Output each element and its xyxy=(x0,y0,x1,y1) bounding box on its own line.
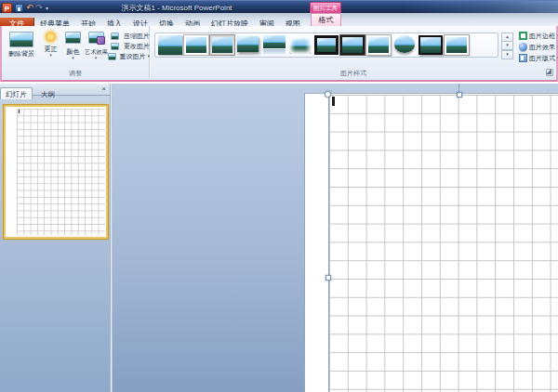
save-icon[interactable] xyxy=(15,4,23,12)
style-preview-icon xyxy=(314,35,339,55)
picture-border-label: 图片边框 xyxy=(529,32,555,41)
change-picture-button[interactable]: 更改图片 xyxy=(107,41,150,51)
picture-border-icon xyxy=(519,32,527,40)
slides-panel-tabs: 幻灯片 大纲 × xyxy=(0,84,110,96)
tab-outline[interactable]: 大纲 xyxy=(36,88,60,100)
ribbon: 删除背景 更正 ▾ 颜色 ▾ 艺术效果 ▾ 压缩图片 xyxy=(0,26,558,82)
compress-picture-icon xyxy=(111,33,119,40)
tab-format[interactable]: 格式 xyxy=(311,13,341,26)
picture-effects-icon xyxy=(519,43,527,51)
compress-picture-button[interactable]: 压缩图片 xyxy=(107,31,150,41)
picture-style-white-shadow[interactable] xyxy=(366,35,391,55)
reset-picture-label: 重设图片 xyxy=(119,52,145,61)
style-preview-icon xyxy=(158,35,182,55)
dialog-launcher-icon[interactable] xyxy=(546,69,553,76)
style-preview-icon xyxy=(340,35,365,55)
qat-dropdown-icon[interactable]: ▾ xyxy=(46,5,48,11)
picture-styles-group-label: 图片样式 xyxy=(151,69,556,78)
color-dropdown-icon: ▾ xyxy=(63,56,83,60)
picture-style-white-frame[interactable] xyxy=(184,35,208,55)
corrections-icon xyxy=(46,32,56,42)
style-preview-icon xyxy=(210,35,234,55)
text-cursor-mark xyxy=(332,97,335,106)
artistic-effects-dropdown-icon: ▾ xyxy=(85,56,107,60)
close-panel-icon[interactable]: × xyxy=(101,85,106,93)
style-preview-icon xyxy=(237,36,259,52)
picture-layout-label: 图片版式 xyxy=(529,54,555,63)
resize-handle-middle-left[interactable] xyxy=(326,275,331,281)
picture-layout-button[interactable]: 图片版式 ▾ xyxy=(519,53,558,63)
picture-styles-group: ▲ ▼ ▼ 图片边框 ▾ 图片效果 ▾ 图片版式 ▾ 图片样式 xyxy=(151,26,556,78)
compress-picture-label: 压缩图片 xyxy=(124,32,150,41)
color-icon xyxy=(65,32,81,44)
adjust-group: 删除背景 更正 ▾ 颜色 ▾ 艺术效果 ▾ 压缩图片 xyxy=(2,26,150,78)
style-preview-icon xyxy=(263,35,286,48)
picture-effects-button[interactable]: 图片效果 ▾ xyxy=(519,42,558,52)
picture-style-oval[interactable] xyxy=(392,35,417,55)
resize-handle-top-center[interactable] xyxy=(457,92,462,98)
remove-background-label: 删除背景 xyxy=(5,50,38,58)
change-picture-icon xyxy=(111,43,119,50)
picture-style-metal-frame[interactable] xyxy=(210,35,234,55)
resize-handle-top-left[interactable] xyxy=(325,91,331,98)
remove-background-button[interactable]: 删除背景 xyxy=(4,28,39,71)
style-preview-icon xyxy=(394,35,415,53)
picture-style-black-thin[interactable] xyxy=(418,35,443,55)
artistic-effects-icon xyxy=(88,32,104,44)
window-title: 演示文稿1 - Microsoft PowerPoint xyxy=(56,3,298,13)
tab-slides[interactable]: 幻灯片 xyxy=(0,87,33,99)
style-gallery xyxy=(154,33,498,58)
style-preview-icon xyxy=(418,35,443,55)
reset-picture-button[interactable]: 重设图片 ▾ xyxy=(107,51,150,61)
undo-icon[interactable]: ↶ xyxy=(26,3,33,12)
grid-picture[interactable] xyxy=(328,95,558,392)
style-preview-icon xyxy=(445,35,469,55)
work-area: 幻灯片 大纲 × 1 xyxy=(0,84,558,392)
picture-tools-header: 图片工具 xyxy=(310,2,341,13)
quick-access-toolbar: P ↶ ↷ ▾ xyxy=(2,2,48,13)
style-preview-icon xyxy=(289,36,312,54)
picture-style-soft-edge[interactable] xyxy=(288,35,312,55)
style-preview-icon xyxy=(184,35,208,55)
adjust-group-label: 调整 xyxy=(2,69,149,78)
powerpoint-window: P ↶ ↷ ▾ 演示文稿1 - Microsoft PowerPoint 图片工… xyxy=(0,0,558,392)
gallery-scroll: ▲ ▼ ▼ xyxy=(501,33,513,58)
picture-layout-icon xyxy=(519,54,527,62)
picture-style-plain[interactable] xyxy=(158,35,182,55)
picture-border-button[interactable]: 图片边框 ▾ xyxy=(519,31,558,41)
picture-style-black-frame[interactable] xyxy=(340,35,365,55)
picture-style-black-thick[interactable] xyxy=(314,35,339,55)
powerpoint-logo-icon[interactable]: P xyxy=(2,3,12,13)
artistic-effects-button[interactable]: 艺术效果 ▾ xyxy=(84,28,108,74)
reset-picture-icon xyxy=(108,53,116,60)
gallery-scroll-down-icon[interactable]: ▼ xyxy=(501,42,513,50)
titlebar: P ↶ ↷ ▾ 演示文稿1 - Microsoft PowerPoint xyxy=(0,0,558,13)
gallery-scroll-up-icon[interactable]: ▲ xyxy=(501,33,513,42)
thumbnail-grid-image xyxy=(17,109,105,235)
corrections-button[interactable]: 更正 ▾ xyxy=(40,28,61,74)
slide-thumbnail[interactable] xyxy=(4,105,108,239)
slides-panel: 幻灯片 大纲 × 1 xyxy=(0,84,110,392)
gallery-more-icon[interactable]: ▼ xyxy=(501,50,513,59)
style-preview-icon xyxy=(366,35,391,55)
picture-effects-label: 图片效果 xyxy=(529,43,555,52)
rotation-handle-stem xyxy=(458,84,459,94)
thumbnail-cursor-mark xyxy=(19,110,20,113)
change-picture-label: 更改图片 xyxy=(124,42,150,51)
remove-background-icon xyxy=(9,32,33,47)
picture-style-drop-shadow[interactable] xyxy=(236,35,260,55)
corrections-dropdown-icon: ▾ xyxy=(41,53,60,58)
color-button[interactable]: 颜色 ▾ xyxy=(62,28,84,74)
reset-picture-dropdown-icon: ▾ xyxy=(147,54,150,59)
ribbon-tab-bar: 文件经典菜单开始插入设计切换动画幻灯片放映审阅视图 格式 xyxy=(0,13,558,26)
editing-canvas xyxy=(113,84,558,392)
redo-icon[interactable]: ↷ xyxy=(36,3,44,12)
picture-style-reflection[interactable] xyxy=(262,35,286,55)
slide-surface[interactable] xyxy=(304,93,558,392)
picture-style-white-frame-2[interactable] xyxy=(445,35,469,55)
